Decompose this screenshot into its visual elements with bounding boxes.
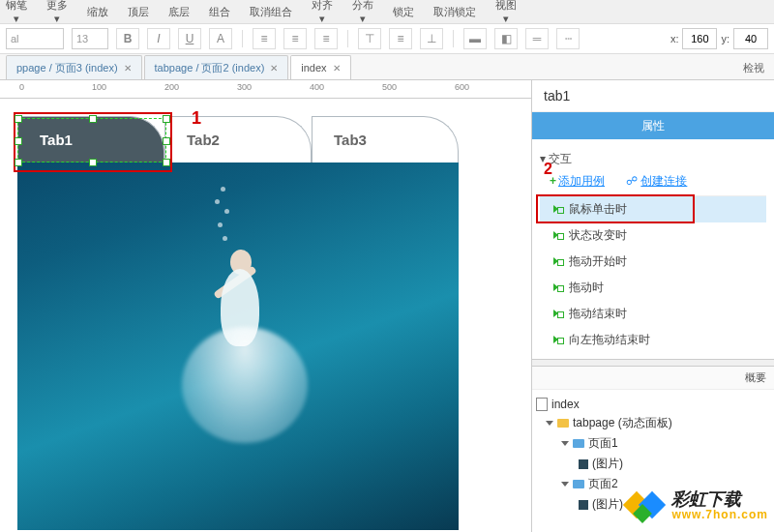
tool-more[interactable]: 更多▾	[46, 0, 68, 25]
resize-handle[interactable]	[163, 159, 170, 166]
font-select[interactable]: al	[6, 28, 64, 49]
watermark-logo-icon	[625, 486, 666, 526]
tree-widget[interactable]: (图片)	[536, 454, 770, 474]
outline-header[interactable]: 概要	[532, 367, 774, 390]
tab-properties[interactable]: 属性	[532, 112, 774, 139]
event-item[interactable]: 拖动开始时	[540, 249, 766, 275]
align-center-button[interactable]: ≡	[283, 28, 307, 49]
event-icon	[553, 283, 563, 293]
canvas-image[interactable]	[17, 163, 459, 530]
canvas-tab3[interactable]: Tab3	[312, 116, 459, 163]
event-icon	[553, 336, 563, 345]
align-left-button[interactable]: ≡	[253, 28, 276, 49]
coord-y-label: y:	[721, 33, 729, 44]
tool-back[interactable]: 底层	[168, 5, 190, 19]
create-link[interactable]: ☍ 创建连接	[626, 173, 687, 190]
font-size[interactable]: 13	[72, 28, 108, 49]
resize-handle[interactable]	[15, 115, 22, 123]
underline-button[interactable]: U	[178, 28, 201, 49]
coord-x-label: x:	[670, 33, 679, 44]
resize-handle[interactable]	[89, 159, 97, 166]
event-icon	[553, 310, 563, 319]
text-color-button[interactable]: A	[209, 28, 232, 49]
watermark-url: www.7hon.com	[671, 509, 768, 521]
valign-top-button[interactable]: ⊤	[358, 28, 381, 49]
ruler-horizontal: 0 100 200 300 400 500 600	[0, 80, 531, 99]
canvas-tab2[interactable]: Tab2	[164, 116, 312, 163]
tool-zoom[interactable]: 缩放	[87, 5, 108, 19]
file-tabs: ppage / 页面3 (index)✕ tabpage / 页面2 (inde…	[0, 54, 774, 80]
expand-icon[interactable]	[561, 441, 569, 446]
format-toolbar: al 13 B I U A ≡ ≡ ≡ ⊤ ≡ ⊥ ▬ ◧ ═ ┄ x: y:	[0, 24, 774, 54]
line-color-button[interactable]: ◧	[494, 28, 518, 49]
tool-align[interactable]: 对齐▾	[312, 0, 333, 25]
file-tab[interactable]: ppage / 页面3 (index)✕	[6, 55, 142, 79]
line-weight-button[interactable]: ═	[525, 28, 549, 49]
inspector-panel: tab1 属性 ▾ 交互 2 +添加用例 ☍ 创建连接 鼠标单击时 状态改变时 …	[531, 80, 774, 532]
section-interaction[interactable]: ▾ 交互	[540, 151, 766, 167]
watermark-title: 彩虹下载	[671, 490, 768, 510]
event-onclick[interactable]: 鼠标单击时	[540, 196, 766, 222]
event-item[interactable]: 状态改变时	[540, 222, 766, 249]
tree-page[interactable]: index	[536, 396, 770, 413]
line-style-button[interactable]: ┄	[556, 28, 580, 49]
event-item[interactable]: 拖动结束时	[540, 301, 766, 327]
watermark: 彩虹下载 www.7hon.com	[625, 486, 768, 526]
event-item[interactable]: 拖动时	[540, 275, 766, 301]
resize-handle[interactable]	[163, 137, 170, 145]
italic-button[interactable]: I	[147, 28, 170, 49]
resize-handle[interactable]	[15, 159, 22, 166]
state-icon	[573, 480, 584, 488]
event-icon	[553, 257, 563, 267]
fill-button[interactable]: ▬	[463, 28, 487, 49]
tool-unlock[interactable]: 取消锁定	[433, 5, 476, 19]
page-icon	[536, 398, 548, 411]
resize-handle[interactable]	[163, 115, 170, 123]
event-icon	[553, 231, 563, 241]
tool-front[interactable]: 顶层	[128, 5, 149, 19]
tool-distribute[interactable]: 分布▾	[352, 0, 373, 25]
close-icon[interactable]: ✕	[124, 63, 132, 74]
selection-name[interactable]: tab1	[532, 80, 774, 112]
event-item[interactable]: 向左拖动结束时	[540, 327, 766, 353]
close-icon[interactable]: ✕	[270, 63, 278, 74]
tree-state[interactable]: 页面1	[536, 433, 770, 454]
tool-view[interactable]: 视图▾	[495, 0, 517, 25]
inspector-toggle[interactable]: 检视	[733, 57, 774, 79]
align-right-button[interactable]: ≡	[314, 28, 338, 49]
coord-y-input[interactable]	[733, 28, 768, 49]
annotation-2: 2	[544, 161, 552, 178]
annotation-1: 1	[192, 108, 201, 129]
add-case-link[interactable]: +添加用例	[550, 173, 605, 190]
design-canvas[interactable]: 0 100 200 300 400 500 600 Tab1 Tab2 Tab3…	[0, 80, 531, 532]
event-icon	[553, 205, 563, 215]
resize-handle[interactable]	[89, 115, 97, 123]
main-toolbar: 钢笔▾ 更多▾ 缩放 顶层 底层 组合 取消组合 对齐▾ 分布▾ 锁定 取消锁定…	[0, 0, 774, 24]
image-icon	[579, 500, 588, 510]
bold-button[interactable]: B	[116, 28, 139, 49]
tool-lock[interactable]: 锁定	[393, 5, 414, 19]
image-icon	[579, 459, 588, 469]
tool-pen[interactable]: 钢笔▾	[6, 0, 27, 25]
valign-mid-button[interactable]: ≡	[389, 28, 412, 49]
expand-icon[interactable]	[561, 482, 569, 487]
panel-icon	[557, 419, 569, 428]
resize-handle[interactable]	[15, 137, 22, 145]
close-icon[interactable]: ✕	[333, 63, 341, 74]
tool-group[interactable]: 组合	[209, 5, 230, 19]
tool-ungroup[interactable]: 取消组合	[250, 5, 292, 19]
file-tab[interactable]: tabpage / 页面2 (index)✕	[144, 55, 289, 79]
expand-icon[interactable]	[546, 421, 553, 426]
state-icon	[573, 439, 584, 448]
valign-bot-button[interactable]: ⊥	[420, 28, 443, 49]
coord-x-input[interactable]	[682, 28, 717, 49]
tree-panel[interactable]: tabpage (动态面板)	[536, 413, 770, 433]
file-tab-active[interactable]: index✕	[290, 55, 350, 79]
